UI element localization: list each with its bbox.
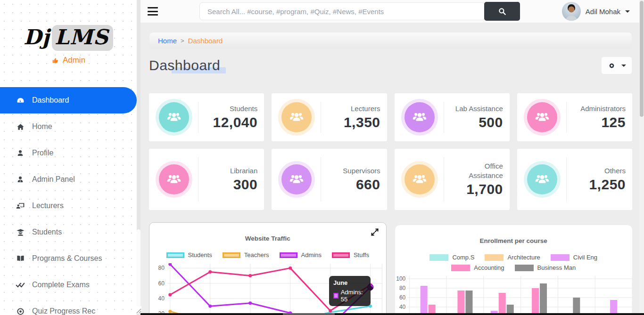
expand-icon[interactable] [370, 227, 380, 238]
legend-label: Stuffs [354, 251, 369, 258]
sidebar-item-label: Dashboard [32, 96, 69, 105]
main-area: Adil Mohak Home > Dashboard Dashboard [140, 0, 644, 315]
graduate-icon [16, 227, 25, 237]
legend-item-accounting[interactable]: Accounting [451, 264, 504, 271]
sidebar-item-home[interactable]: Home [0, 113, 137, 140]
stat-label: Others [604, 166, 626, 176]
search-icon [498, 7, 506, 16]
sidebar-item-admin-panel[interactable]: Admin Panel [0, 166, 137, 193]
app-root: DjLMS Admin Dashboard Home Profile [0, 0, 644, 315]
stat-label: Students [230, 104, 257, 113]
home-icon [16, 122, 25, 131]
legend-label: Admins [301, 251, 322, 258]
stat-card-supervisors: Supervisors660 [272, 149, 387, 210]
avatar [562, 2, 581, 21]
admin-role-link[interactable]: Admin [51, 56, 85, 65]
logo-block: DjLMS Admin [0, 0, 137, 87]
legend-swatch [451, 265, 470, 271]
legend-item-civil-eng[interactable]: Civil Eng [551, 254, 597, 261]
legend-item-stuffs[interactable]: Stuffs [332, 251, 369, 258]
sidebar-item-dashboard[interactable]: Dashboard [0, 87, 137, 113]
logo-part2: LMS [52, 25, 113, 51]
charts-row: Website Traffic StudentsTeachersAdminsSt… [149, 222, 632, 315]
breadcrumb: Home > Dashboard [149, 32, 632, 49]
user-menu[interactable]: Adil Mohak [562, 2, 644, 21]
stat-card-office-assistance: Office Assistance1,700 [395, 149, 510, 210]
tooltip-caret [371, 285, 373, 291]
svg-text:80: 80 [158, 265, 165, 271]
title-row: Dashboard [149, 57, 632, 74]
users-group-icon [527, 102, 557, 132]
stat-card-lecturers: Lecturers1,350 [272, 93, 387, 141]
legend-item-business-man[interactable]: Business Man [515, 264, 576, 271]
breadcrumb-home-link[interactable]: Home [158, 37, 177, 45]
page-title: Dashboard [149, 57, 220, 73]
legend-swatch [429, 254, 448, 261]
sidebar-item-complete-exams[interactable]: Complete Exams [0, 272, 137, 298]
sidebar-item-students[interactable]: Students [0, 219, 137, 245]
search-input[interactable] [199, 2, 485, 20]
user-name: Adil Mohak [586, 8, 620, 16]
svg-text:80: 80 [399, 285, 405, 291]
chart-tooltip: June Admins: 55 [329, 276, 371, 306]
legend-swatch [515, 265, 534, 271]
legend-item-comp-s[interactable]: Comp.S [429, 254, 474, 261]
stat-value: 1,350 [327, 114, 380, 130]
stat-value: 1,250 [572, 177, 626, 193]
legend-label: Students [188, 251, 212, 258]
chart-title: Enrollment per course [395, 237, 633, 244]
hamburger-menu-icon[interactable] [148, 7, 158, 16]
sidebar-item-label: Complete Exams [32, 281, 90, 289]
legend-item-students[interactable]: Students [166, 251, 212, 258]
legend-label: Comp.S [452, 254, 474, 261]
enrollment-bar-chart[interactable]: 100806040 [395, 275, 633, 315]
lecturer-board-icon [16, 201, 25, 210]
breadcrumb-separator: > [181, 37, 184, 44]
sidebar-scrollbar-thumb[interactable] [137, 229, 140, 308]
divider [444, 157, 444, 202]
stat-value: 125 [572, 114, 626, 130]
sidebar-nav: Dashboard Home Profile Admin Panel Lectu… [0, 87, 137, 315]
settings-button[interactable] [601, 57, 632, 74]
search-button[interactable] [484, 2, 520, 21]
stat-value: 1,700 [450, 181, 503, 197]
thumbs-up-icon [51, 57, 59, 65]
svg-text:40: 40 [399, 304, 405, 310]
sidebar-item-quiz-progress[interactable]: Quiz Progress Rec [0, 298, 137, 315]
sidebar-item-label: Quiz Progress Rec [32, 307, 95, 315]
sidebar-item-label: Programs & Courses [32, 254, 102, 263]
sidebar-item-label: Lecturers [32, 202, 64, 210]
stat-halo [524, 99, 561, 136]
legend-item-admins[interactable]: Admins [280, 251, 322, 258]
users-group-icon [281, 102, 312, 132]
stat-label: Lecturers [351, 104, 380, 113]
legend-item-teachers[interactable]: Teachers [223, 251, 269, 258]
chevron-down-icon [621, 65, 626, 67]
sidebar-item-programs-courses[interactable]: Programs & Courses [0, 245, 137, 272]
legend-label: Civil Eng [573, 254, 597, 261]
users-group-icon [527, 164, 557, 194]
page-horizontal-scrollbar[interactable] [140, 313, 644, 315]
tooltip-title: June [333, 279, 366, 286]
page-vertical-scrollbar[interactable] [639, 0, 644, 315]
content: Home > Dashboard Dashboard Student [140, 23, 644, 315]
legend-item-architecture[interactable]: Architecture [485, 254, 540, 261]
legend-swatch [166, 252, 184, 258]
resize-gripper-icon[interactable] [135, 306, 141, 314]
target-icon [16, 307, 25, 315]
sidebar-item-profile[interactable]: Profile [0, 140, 137, 166]
users-group-icon [159, 102, 189, 132]
page-vertical-scrollbar-thumb[interactable] [640, 1, 644, 117]
sidebar-item-lecturers[interactable]: Lecturers [0, 193, 137, 219]
stats-grid: Students12,040 Lecturers1,350 Lab Assist… [149, 93, 632, 210]
sidebar-scrollbar[interactable] [137, 0, 140, 315]
stat-value: 660 [327, 177, 380, 193]
divider [566, 102, 567, 133]
line-chart-legend: StudentsTeachersAdminsStuffs [155, 251, 380, 258]
stat-label: Supervisors [343, 166, 380, 176]
page-horizontal-scrollbar-thumb[interactable] [283, 313, 335, 315]
app-logo[interactable]: DjLMS [24, 25, 114, 49]
stat-card-librarian: Librarian300 [149, 149, 264, 210]
stat-halo [278, 161, 315, 198]
legend-label: Architecture [507, 254, 540, 261]
